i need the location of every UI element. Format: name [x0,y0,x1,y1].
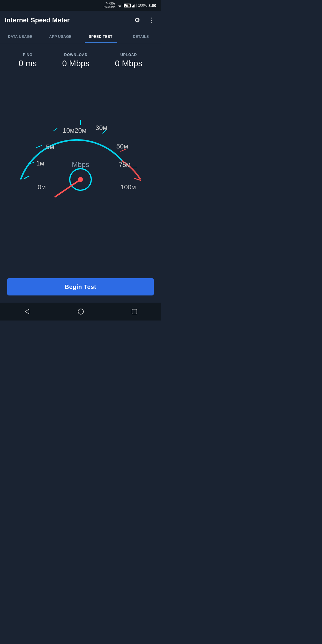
bottom-section: Begin Test [0,272,161,303]
ping-label: PING [19,53,37,57]
upload-label: UPLOAD [115,53,143,57]
download-stat: DOWNLOAD 0 Mbps [62,53,90,68]
download-value: 0 Mbps [62,59,90,68]
upload-value: 0 Mbps [115,59,143,68]
svg-text:Mbps: Mbps [72,160,89,168]
tab-details[interactable]: DETAILS [121,30,161,43]
svg-rect-6 [133,5,134,7]
speedometer-container: 0м 1м 5м 10м 20м 30м 50м 75м 100 [0,74,161,230]
back-button[interactable] [18,306,36,317]
svg-rect-5 [132,6,133,7]
svg-marker-31 [25,309,29,314]
network-speeds: 74.0B/s 553.0B/s [104,2,115,9]
svg-line-15 [53,128,57,131]
recents-button[interactable] [126,306,143,317]
svg-rect-33 [132,309,137,314]
svg-text:1м: 1м [36,160,44,167]
tab-speed-test[interactable]: SPEED TEST [80,30,121,43]
settings-button[interactable]: ⚙ [133,15,141,25]
svg-line-9 [24,176,29,179]
svg-line-13 [36,145,42,148]
svg-text:75м: 75м [119,161,131,168]
svg-text:30м: 30м [95,124,107,131]
recents-icon [131,309,137,315]
main-content: PING 0 ms DOWNLOAD 0 Mbps UPLOAD 0 Mbps [0,43,161,303]
app-bar: Internet Speed Meter ⚙ ⋮ [0,11,161,30]
cell-signal-icon [132,3,137,7]
svg-text:5м: 5м [46,143,54,151]
svg-rect-7 [134,4,135,7]
signal-icon [117,3,123,7]
upload-speed: 553.0B/s [104,5,115,9]
spacer [0,230,161,272]
svg-line-29 [55,179,80,197]
svg-rect-4 [122,4,122,5]
tab-data-usage[interactable]: DATA USAGE [0,30,40,43]
tab-bar: DATA USAGE APP USAGE SPEED TEST DETAILS [0,30,161,43]
ping-value: 0 ms [19,59,37,68]
svg-point-32 [78,309,83,314]
time: 8:00 [148,3,156,8]
svg-text:50м: 50м [116,143,128,150]
app-bar-actions: ⚙ ⋮ [133,15,156,25]
download-label: DOWNLOAD [62,53,90,57]
home-button[interactable] [72,306,90,317]
more-options-button[interactable]: ⋮ [147,15,156,25]
home-icon [78,308,84,315]
svg-text:100м: 100м [120,183,136,191]
lte-badge: LTE [124,4,131,7]
app-title: Internet Speed Meter [5,16,131,24]
svg-text:0м: 0м [38,183,46,191]
svg-rect-8 [136,4,137,7]
svg-text:20м: 20м [75,127,86,134]
speedometer-gauge: 0м 1м 5м 10м 20м 30м 50м 75м 100 [9,101,152,209]
back-icon [24,308,30,315]
status-bar: 74.0B/s 553.0B/s LTE 100% 8:00 [0,0,161,11]
tab-app-usage[interactable]: APP USAGE [40,30,80,43]
begin-test-button[interactable]: Begin Test [7,278,154,295]
svg-point-30 [78,177,83,182]
upload-stat: UPLOAD 0 Mbps [115,53,143,68]
ping-stat: PING 0 ms [19,53,37,68]
download-speed: 74.0B/s [105,2,115,5]
nav-bar [0,303,161,321]
battery-level: 100% [138,3,147,7]
svg-marker-2 [119,7,120,7]
stats-row: PING 0 ms DOWNLOAD 0 Mbps UPLOAD 0 Mbps [0,43,161,74]
svg-text:10м: 10м [63,127,75,134]
status-icons: LTE 100% 8:00 [117,3,156,8]
